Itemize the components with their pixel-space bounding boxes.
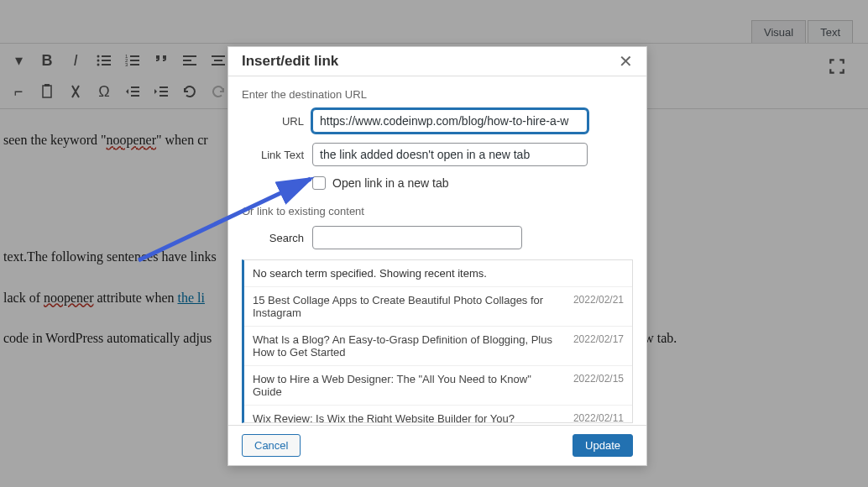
result-title: 15 Best Collage Apps to Create Beautiful… — [253, 294, 563, 319]
tab-visual[interactable]: Visual — [751, 20, 806, 45]
outdent-icon[interactable] — [119, 78, 146, 105]
indent-icon[interactable] — [148, 78, 175, 105]
result-item[interactable]: What Is a Blog? An Easy-to-Grasp Definit… — [244, 326, 632, 365]
results-header: No search term specified. Showing recent… — [244, 260, 632, 286]
svg-rect-26 — [159, 86, 168, 88]
content-text: " when cr — [156, 133, 208, 147]
content-link[interactable]: the li — [177, 291, 204, 305]
svg-rect-23 — [131, 86, 139, 88]
svg-rect-15 — [212, 55, 225, 57]
svg-rect-7 — [130, 55, 139, 57]
modal-header: Insert/edit link ✕ — [228, 47, 646, 76]
url-label: URL — [242, 115, 304, 128]
result-title: Wix Review: Is Wix the Right Website Bui… — [253, 412, 563, 423]
svg-rect-14 — [183, 64, 196, 65]
content-text: code in WordPress automatically adjus — [3, 331, 212, 345]
svg-rect-11 — [130, 64, 139, 65]
quote-icon[interactable] — [148, 47, 175, 74]
result-date: 2022/02/17 — [573, 333, 624, 345]
result-title: What Is a Blog? An Easy-to-Grasp Definit… — [253, 333, 563, 359]
bold-icon[interactable]: B — [34, 47, 60, 74]
link-text-label: Link Text — [242, 149, 304, 161]
svg-rect-5 — [102, 64, 111, 65]
bullet-list-icon[interactable] — [91, 47, 118, 74]
numbered-list-icon[interactable]: 123 — [119, 47, 146, 74]
special-char-icon[interactable]: Ω — [91, 78, 118, 105]
svg-rect-13 — [183, 60, 191, 61]
paragraph-dropdown-icon[interactable]: ▾ — [5, 47, 32, 74]
paste-icon[interactable] — [34, 78, 60, 105]
svg-rect-3 — [102, 60, 111, 61]
result-item[interactable]: Wix Review: Is Wix the Right Website Bui… — [244, 405, 632, 423]
search-label: Search — [242, 232, 304, 244]
update-button[interactable]: Update — [573, 434, 633, 457]
italic-icon[interactable]: I — [62, 47, 89, 74]
url-input[interactable] — [312, 109, 588, 133]
content-text: seen the keyword " — [3, 133, 107, 147]
svg-rect-9 — [130, 60, 139, 61]
svg-rect-21 — [43, 86, 51, 97]
enter-url-label: Enter the destination URL — [242, 88, 633, 101]
tab-text[interactable]: Text — [808, 20, 853, 45]
result-title: How to Hire a Web Designer: The "All You… — [253, 373, 563, 398]
align-left-icon[interactable] — [176, 47, 203, 74]
close-icon[interactable]: ✕ — [619, 51, 633, 71]
cancel-button[interactable]: Cancel — [242, 434, 301, 457]
svg-rect-24 — [131, 91, 139, 92]
search-input[interactable] — [312, 226, 522, 249]
svg-rect-16 — [214, 60, 222, 61]
result-date: 2022/02/21 — [573, 294, 624, 306]
content-text: attribute when — [94, 291, 178, 305]
modal-footer: Cancel Update — [228, 425, 646, 465]
fullscreen-icon[interactable] — [828, 57, 846, 78]
svg-rect-12 — [183, 55, 196, 57]
result-date: 2022/02/11 — [573, 412, 624, 423]
svg-rect-27 — [159, 91, 168, 92]
svg-rect-28 — [159, 95, 168, 97]
svg-point-0 — [97, 55, 100, 58]
keyword-noopener: noopener — [107, 133, 157, 147]
or-link-existing-label: Or link to existing content — [242, 205, 633, 217]
open-new-tab-checkbox[interactable] — [312, 176, 326, 190]
result-item[interactable]: How to Hire a Web Designer: The "All You… — [244, 365, 632, 405]
modal-title: Insert/edit link — [242, 53, 338, 70]
editor-tabs: Visual Text — [751, 20, 853, 45]
content-text: lack of — [3, 291, 44, 305]
svg-rect-25 — [131, 95, 139, 97]
svg-rect-1 — [102, 55, 111, 57]
result-item[interactable]: 15 Best Collage Apps to Create Beautiful… — [244, 286, 632, 326]
undo-icon[interactable] — [176, 78, 203, 105]
svg-text:3: 3 — [125, 62, 128, 67]
svg-point-4 — [97, 64, 100, 66]
clear-format-icon[interactable] — [62, 78, 89, 105]
strikethrough-icon[interactable]: ⌐ — [5, 78, 32, 105]
svg-rect-22 — [44, 84, 50, 86]
insert-link-modal: Insert/edit link ✕ Enter the destination… — [227, 46, 647, 466]
keyword-noopener: noopener — [44, 291, 94, 305]
result-date: 2022/02/15 — [573, 373, 624, 385]
svg-rect-17 — [212, 64, 225, 65]
open-new-tab-label: Open link in a new tab — [332, 176, 449, 190]
svg-point-2 — [97, 60, 100, 62]
search-results: No search term specified. Showing recent… — [242, 259, 633, 423]
link-text-input[interactable] — [312, 143, 588, 166]
